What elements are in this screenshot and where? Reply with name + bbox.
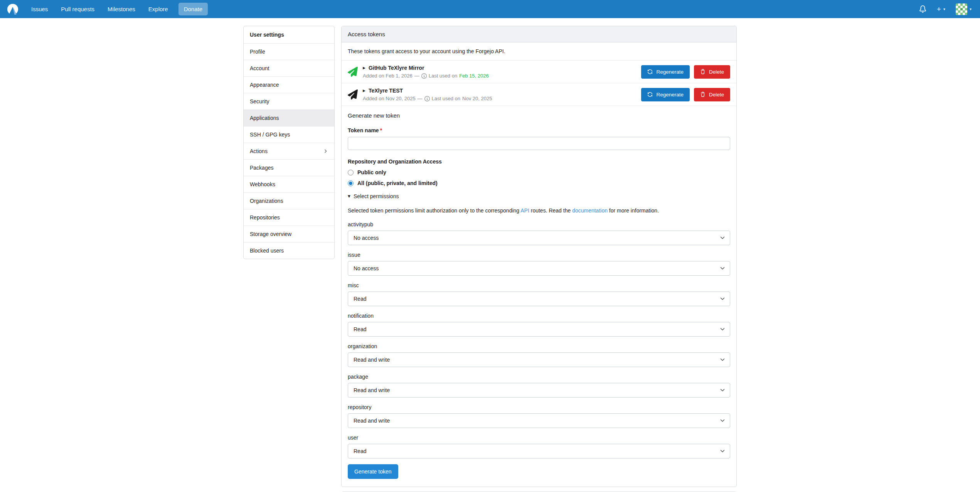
repo-org-access-label: Repository and Organization Access <box>348 158 730 165</box>
notifications-bell-button[interactable] <box>919 5 926 13</box>
sidebar-item-ssh-gpg-keys[interactable]: SSH / GPG keys <box>244 126 334 143</box>
repository-permission-select[interactable]: Read and write <box>348 413 730 428</box>
regenerate-token-button[interactable]: Regenerate <box>641 88 690 101</box>
note-text: Selected token permissions limit authori… <box>348 207 520 214</box>
sidebar-item-organizations[interactable]: Organizations <box>244 192 334 209</box>
token-last-used-date: Nov 20, 2025 <box>462 96 492 101</box>
nav-pull-requests[interactable]: Pull requests <box>54 0 101 18</box>
token-actions: Regenerate Delete <box>641 65 730 79</box>
delete-token-button[interactable]: Delete <box>694 88 730 101</box>
permission-label: repository <box>348 404 730 410</box>
nav-issues[interactable]: Issues <box>25 0 54 18</box>
permission-field-package: package Read and write <box>348 374 730 398</box>
token-details-toggle[interactable]: ▶ GitHub TeXlyre Mirror <box>363 65 636 71</box>
api-link[interactable]: API <box>520 207 529 214</box>
nav-explore[interactable]: Explore <box>142 0 175 18</box>
sidebar-item-blocked-users[interactable]: Blocked users <box>244 242 334 259</box>
token-row: ▶ GitHub TeXlyre Mirror Added on Feb 1, … <box>342 61 736 83</box>
generate-token-button[interactable]: Generate token <box>348 464 398 479</box>
sidebar-title: User settings <box>244 26 334 43</box>
token-name: TeXlyre TEST <box>369 88 403 94</box>
settings-layout: User settings Profile Account Appearance… <box>243 26 737 492</box>
permissions-note: Selected token permissions limit authori… <box>348 207 730 215</box>
regenerate-token-button[interactable]: Regenerate <box>641 65 690 79</box>
sidebar-item-label: Actions <box>250 148 268 154</box>
plus-icon: + <box>937 5 941 13</box>
sync-refresh-icon <box>647 69 653 74</box>
permission-field-organization: organization Read and write <box>348 343 730 367</box>
token-name-label: Token name* <box>348 127 730 133</box>
access-radio-all: All (public, private, and limited) <box>348 180 730 186</box>
token-last-used-date: Feb 15, 2026 <box>459 73 489 79</box>
token-name-field: Token name* <box>348 127 730 150</box>
permission-label: organization <box>348 343 730 349</box>
sidebar-item-packages[interactable]: Packages <box>244 159 334 176</box>
token-added-date: Added on Feb 1, 2026 <box>363 73 413 79</box>
sidebar-item-repositories[interactable]: Repositories <box>244 209 334 226</box>
info-circle-icon[interactable] <box>424 96 430 101</box>
misc-permission-select[interactable]: Read <box>348 291 730 306</box>
package-permission-select[interactable]: Read and write <box>348 383 730 398</box>
generate-token-section-title: Generate new token <box>342 106 736 120</box>
delete-label: Delete <box>709 92 724 98</box>
permission-label: user <box>348 435 730 441</box>
public-only-radio-label[interactable]: Public only <box>357 169 386 175</box>
generate-token-form: Token name* Repository and Organization … <box>342 127 736 487</box>
permission-field-misc: misc Read <box>348 282 730 306</box>
nav-donate[interactable]: Donate <box>178 3 208 15</box>
dropdown-caret-icon: ▾ <box>943 7 945 11</box>
instance-mountain-logo-icon <box>7 3 19 15</box>
info-circle-icon[interactable] <box>421 73 427 79</box>
token-name-input[interactable] <box>348 137 730 150</box>
token-last-used-label: Last used on <box>429 73 457 79</box>
sidebar-item-account[interactable]: Account <box>244 60 334 76</box>
user-menu-button[interactable]: ▾ <box>956 3 972 15</box>
sync-refresh-icon <box>647 92 653 97</box>
create-new-dropdown-button[interactable]: + ▾ <box>937 5 945 13</box>
all-access-radio-label[interactable]: All (public, private, and limited) <box>357 180 438 186</box>
public-only-radio[interactable] <box>348 170 354 175</box>
panel-title: Access tokens <box>342 26 736 42</box>
issue-permission-select[interactable]: No access <box>348 261 730 276</box>
access-tokens-description: These tokens grant access to your accoun… <box>342 42 736 61</box>
send-paper-plane-icon <box>348 89 358 99</box>
notification-permission-select[interactable]: Read <box>348 322 730 337</box>
permission-field-activitypub: activitypub No access <box>348 221 730 245</box>
trash-icon <box>700 69 706 74</box>
regenerate-label: Regenerate <box>656 92 684 98</box>
collapse-triangle-icon: ▼ <box>348 194 350 198</box>
sidebar-item-storage-overview[interactable]: Storage overview <box>244 226 334 242</box>
permission-field-repository: repository Read and write <box>348 404 730 428</box>
sidebar-item-profile[interactable]: Profile <box>244 43 334 60</box>
expand-triangle-icon: ▶ <box>363 89 365 93</box>
permission-field-user: user Read <box>348 435 730 458</box>
all-access-radio[interactable] <box>348 180 354 186</box>
home-logo-link[interactable] <box>7 3 19 15</box>
token-name: GitHub TeXlyre Mirror <box>369 65 424 71</box>
select-permissions-toggle[interactable]: ▼ Select permissions <box>348 193 730 199</box>
activitypub-permission-select[interactable]: No access <box>348 231 730 245</box>
note-text: routes. Read the <box>529 207 572 214</box>
permission-label: package <box>348 374 730 380</box>
delete-label: Delete <box>709 69 724 75</box>
permission-label: notification <box>348 313 730 319</box>
access-tokens-panel: Access tokens These tokens grant access … <box>341 26 737 487</box>
token-info: ▶ GitHub TeXlyre Mirror Added on Feb 1, … <box>363 65 636 79</box>
permission-field-issue: issue No access <box>348 252 730 276</box>
delete-token-button[interactable]: Delete <box>694 65 730 79</box>
organization-permission-select[interactable]: Read and write <box>348 352 730 367</box>
token-details-toggle[interactable]: ▶ TeXlyre TEST <box>363 88 636 94</box>
access-radio-public-only: Public only <box>348 169 730 175</box>
user-permission-select[interactable]: Read <box>348 444 730 458</box>
sidebar-item-applications[interactable]: Applications <box>244 110 334 126</box>
send-paper-plane-icon <box>348 67 358 77</box>
top-navbar: Issues Pull requests Milestones Explore … <box>0 0 980 18</box>
token-name-label-text: Token name <box>348 127 379 133</box>
sidebar-item-appearance[interactable]: Appearance <box>244 76 334 93</box>
nav-milestones[interactable]: Milestones <box>101 0 142 18</box>
sidebar-item-webhooks[interactable]: Webhooks <box>244 176 334 192</box>
permission-label: issue <box>348 252 730 258</box>
sidebar-item-security[interactable]: Security <box>244 93 334 110</box>
documentation-link[interactable]: documentation <box>572 207 608 214</box>
sidebar-item-actions[interactable]: Actions <box>244 143 334 159</box>
